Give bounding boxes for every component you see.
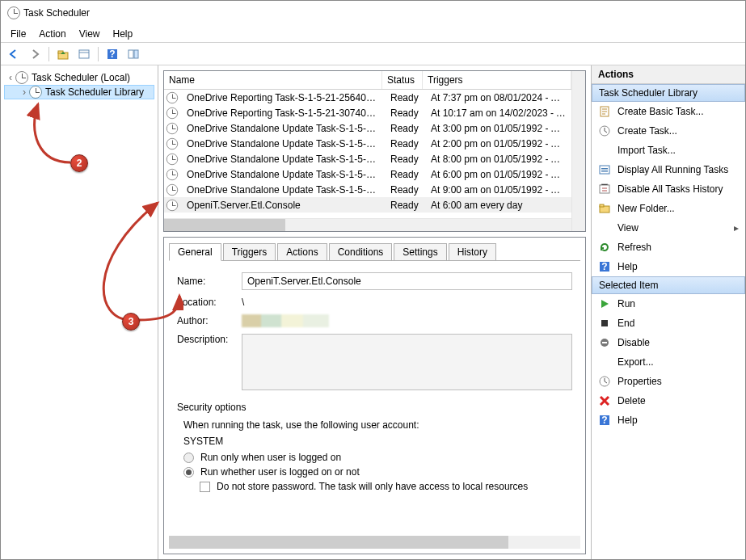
wizard-icon bbox=[598, 105, 611, 118]
action-label: Run bbox=[617, 298, 635, 309]
detail-horizontal-scrollbar[interactable] bbox=[169, 536, 580, 549]
tree-pane: ‹ Task Scheduler (Local) › Task Schedule… bbox=[1, 65, 158, 559]
horizontal-scrollbar[interactable] bbox=[164, 218, 571, 231]
cell-triggers: At 3:00 pm on 01/05/1992 - After tri bbox=[426, 123, 571, 134]
radio-label: Run only when user is logged on bbox=[200, 452, 341, 463]
cell-triggers: At 6:00 pm on 01/05/1992 - After tri bbox=[426, 169, 571, 180]
checkbox-label: Do not store password. The task will onl… bbox=[217, 481, 528, 492]
svg-rect-11 bbox=[601, 168, 608, 170]
action-label: Delete bbox=[617, 395, 646, 406]
action-run[interactable]: Run bbox=[592, 294, 745, 314]
action-help[interactable]: ? Help bbox=[592, 257, 745, 276]
action-label: Properties bbox=[617, 376, 662, 387]
annotation-callout-2: 2 bbox=[70, 154, 88, 172]
actions-header: Actions bbox=[592, 65, 745, 84]
actions-pane: Actions Task Scheduler Library Create Ba… bbox=[592, 65, 745, 559]
task-row[interactable]: OneDrive Standalone Update Task-S-1-5-21… bbox=[164, 120, 571, 136]
up-folder-button[interactable] bbox=[53, 45, 73, 63]
tab-actions[interactable]: Actions bbox=[277, 243, 327, 261]
svg-text:?: ? bbox=[601, 415, 607, 426]
back-button[interactable] bbox=[4, 45, 23, 63]
import-icon bbox=[598, 144, 611, 157]
svg-text:?: ? bbox=[109, 48, 115, 60]
menu-help[interactable]: Help bbox=[107, 27, 140, 41]
action-disable-history[interactable]: Disable All Tasks History bbox=[592, 179, 745, 199]
toolbar-separator bbox=[98, 47, 99, 61]
task-row[interactable]: OneDrive Standalone Update Task-S-1-5-21… bbox=[164, 136, 571, 151]
running-tasks-icon bbox=[598, 163, 611, 176]
action-refresh[interactable]: Refresh bbox=[592, 238, 745, 257]
action-help-2[interactable]: ? Help bbox=[592, 411, 745, 430]
column-triggers[interactable]: Triggers bbox=[423, 71, 571, 89]
radio-label: Run whether user is logged on or not bbox=[200, 466, 360, 478]
radio-icon bbox=[183, 453, 194, 463]
menu-action[interactable]: Action bbox=[32, 27, 72, 41]
action-new-folder[interactable]: New Folder... bbox=[592, 199, 745, 218]
column-name[interactable]: Name bbox=[164, 71, 382, 89]
column-status[interactable]: Status bbox=[382, 71, 423, 89]
task-row[interactable]: OneDrive Reporting Task-S-1-5-21-3074037… bbox=[164, 105, 571, 120]
radio-icon bbox=[183, 467, 194, 478]
input-description[interactable] bbox=[242, 334, 572, 390]
refresh-icon bbox=[598, 241, 611, 254]
forward-button[interactable] bbox=[25, 45, 44, 63]
tab-history[interactable]: History bbox=[449, 243, 496, 261]
detail-tabs: General Triggers Actions Conditions Sett… bbox=[164, 238, 585, 260]
svg-rect-2 bbox=[79, 50, 89, 58]
main-area: ‹ Task Scheduler (Local) › Task Schedule… bbox=[1, 65, 745, 559]
cell-name: OneDrive Standalone Update Task-S-1-5-21… bbox=[182, 138, 386, 149]
show-actions-button[interactable] bbox=[124, 45, 143, 63]
task-row[interactable]: OneDrive Reporting Task-S-1-5-21-2564085… bbox=[164, 90, 571, 105]
cell-status: Ready bbox=[386, 123, 426, 134]
task-row[interactable]: OneDrive Standalone Update Task-S-1-5-21… bbox=[164, 151, 571, 166]
task-details-panel: General Triggers Actions Conditions Sett… bbox=[163, 237, 586, 554]
task-row[interactable]: OpeniT.Server.Etl.ConsoleReadyAt 6:00 am… bbox=[164, 197, 571, 213]
radio-run-regardless[interactable]: Run whether user is logged on or not bbox=[183, 466, 572, 478]
action-create-task[interactable]: Create Task... bbox=[592, 121, 745, 141]
action-export[interactable]: Export... bbox=[592, 352, 745, 372]
task-row[interactable]: OneDrive Standalone Update Task-S-1-5-21… bbox=[164, 166, 571, 182]
properties-button[interactable] bbox=[74, 45, 94, 63]
export-icon bbox=[598, 356, 611, 368]
checkbox-icon bbox=[200, 482, 210, 492]
tree-root[interactable]: ‹ Task Scheduler (Local) bbox=[4, 70, 154, 85]
value-location: \ bbox=[242, 297, 572, 308]
tab-triggers[interactable]: Triggers bbox=[223, 243, 276, 261]
tab-conditions[interactable]: Conditions bbox=[329, 243, 393, 261]
action-end[interactable]: End bbox=[592, 314, 745, 333]
input-task-name[interactable] bbox=[242, 272, 572, 290]
properties-icon bbox=[598, 375, 611, 388]
action-display-running[interactable]: Display All Running Tasks bbox=[592, 160, 745, 179]
cell-triggers: At 9:00 am on 01/05/1992 - After tri bbox=[426, 184, 571, 196]
task-icon bbox=[598, 124, 611, 137]
annotation-arrow-3 bbox=[70, 179, 183, 324]
action-label: Create Task... bbox=[617, 125, 677, 137]
tab-settings[interactable]: Settings bbox=[394, 243, 446, 261]
action-label: Disable All Tasks History bbox=[617, 183, 723, 195]
action-label: Display All Running Tasks bbox=[617, 164, 728, 175]
collapse-icon[interactable]: ‹ bbox=[6, 72, 15, 83]
tree-library[interactable]: › Task Scheduler Library bbox=[4, 85, 154, 99]
help-toolbar-button[interactable]: ? bbox=[103, 45, 122, 63]
action-create-basic-task[interactable]: Create Basic Task... bbox=[592, 102, 745, 121]
window-titlebar: Task Scheduler bbox=[1, 1, 745, 25]
task-icon bbox=[166, 122, 178, 133]
expand-icon[interactable]: › bbox=[19, 86, 29, 98]
action-properties[interactable]: Properties bbox=[592, 372, 745, 391]
menu-file[interactable]: File bbox=[4, 27, 32, 41]
action-delete[interactable]: Delete bbox=[592, 391, 745, 411]
task-row[interactable]: OneDrive Standalone Update Task-S-1-5-21… bbox=[164, 182, 571, 197]
tree-library-label: Task Scheduler Library bbox=[45, 86, 144, 98]
check-no-store-password[interactable]: Do not store password. The task will onl… bbox=[200, 481, 572, 492]
action-disable[interactable]: Disable bbox=[592, 333, 745, 352]
action-label: Disable bbox=[617, 337, 650, 348]
menu-view[interactable]: View bbox=[73, 27, 107, 41]
task-list[interactable]: OneDrive Reporting Task-S-1-5-21-2564085… bbox=[164, 90, 571, 218]
radio-run-logged-on[interactable]: Run only when user is logged on bbox=[183, 452, 572, 463]
security-options-group: Security options When running the task, … bbox=[177, 402, 572, 492]
label-security-subtitle: When running the task, use the following… bbox=[183, 419, 572, 431]
action-import-task[interactable]: Import Task... bbox=[592, 141, 745, 160]
value-security-account: SYSTEM bbox=[183, 436, 572, 447]
vertical-scrollbar[interactable] bbox=[571, 71, 585, 231]
action-view[interactable]: View ▸ bbox=[592, 218, 745, 238]
